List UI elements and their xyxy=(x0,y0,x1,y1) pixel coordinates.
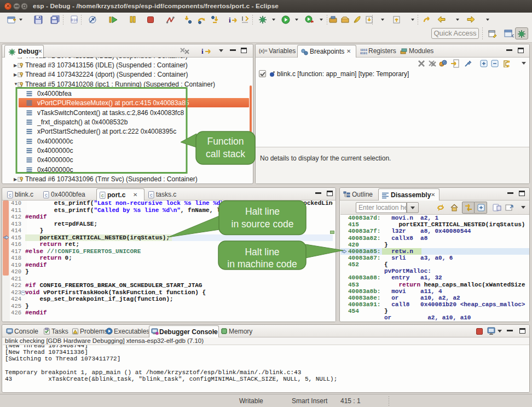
svg-text:in machine code: in machine code xyxy=(227,259,297,270)
svg-text:in source code: in source code xyxy=(232,219,294,230)
svg-text:Function: Function xyxy=(207,136,244,147)
svg-text:Halt line: Halt line xyxy=(245,247,279,257)
svg-text:call stack: call stack xyxy=(206,148,245,159)
svg-text:Halt line: Halt line xyxy=(245,206,280,217)
